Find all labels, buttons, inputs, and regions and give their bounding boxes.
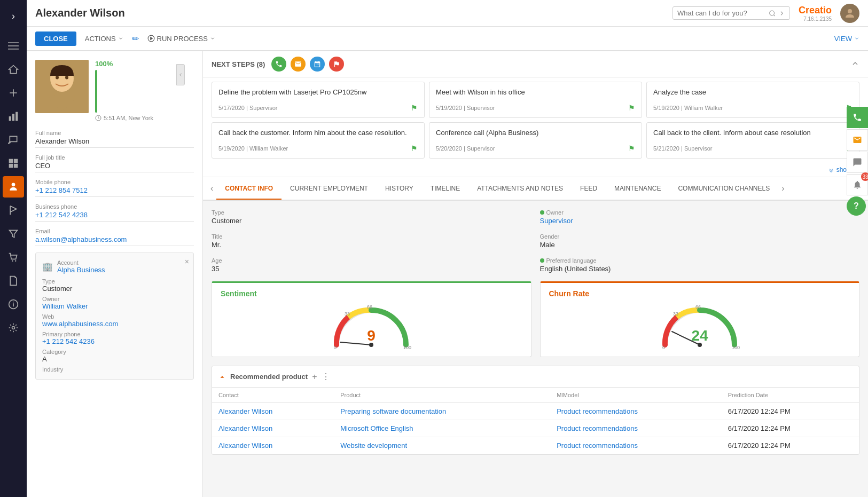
account-phone-value[interactable]: +1 212 542 4236: [42, 337, 187, 345]
search-box[interactable]: [672, 6, 790, 20]
step-phone-btn[interactable]: [271, 57, 286, 72]
float-notification-btn[interactable]: 33: [847, 174, 868, 195]
owner-field: Owner Supervisor: [540, 209, 860, 225]
actions-button[interactable]: ACTIONS: [85, 35, 123, 43]
email-value[interactable]: a.wilson@alphabusiness.com: [35, 235, 194, 246]
float-help-btn[interactable]: ?: [847, 196, 866, 216]
full-name-field: Full name Alexander Wilson: [35, 130, 194, 148]
tab-prev-btn[interactable]: ‹: [207, 177, 216, 200]
run-process-icon: [147, 35, 155, 42]
sidebar-item-add[interactable]: [3, 82, 24, 104]
row2-product[interactable]: Microsoft Office English: [334, 420, 550, 437]
close-button[interactable]: CLOSE: [35, 31, 76, 46]
account-close-btn[interactable]: ×: [185, 257, 189, 266]
view-button[interactable]: VIEW: [834, 35, 859, 43]
tab-history[interactable]: HISTORY: [377, 178, 422, 200]
step-card-4-footer: 5/19/2020 | William Walker ⚑: [218, 144, 418, 153]
row3-mlmodel[interactable]: Product recommendations: [550, 437, 722, 454]
float-chat-btn[interactable]: [847, 152, 868, 173]
sidebar-item-document[interactable]: [3, 270, 24, 291]
sidebar-item-hamburger[interactable]: [3, 35, 24, 57]
sidebar-item-person[interactable]: [3, 176, 24, 198]
tab-attachments-notes[interactable]: ATTACHMENTS AND NOTES: [468, 178, 572, 200]
sidebar-item-settings[interactable]: [3, 317, 24, 338]
tab-maintenance[interactable]: MAINTENANCE: [606, 178, 669, 200]
step-card-2: Meet with Wilson in his office 5/19/2020…: [429, 82, 642, 118]
step-card-5-footer: 5/20/2020 | Supervisor ⚑: [436, 144, 635, 153]
tab-contact-info[interactable]: CONTACT INFO: [216, 178, 281, 200]
step-flag-btn[interactable]: [329, 57, 344, 72]
tab-current-employment[interactable]: CURRENT EMPLOYMENT: [281, 178, 377, 200]
sidebar-item-home[interactable]: [3, 59, 24, 80]
row1-product[interactable]: Preparing software documentation: [334, 403, 550, 420]
row2-mlmodel[interactable]: Product recommendations: [550, 420, 722, 437]
table-row: Alexander Wilson Preparing software docu…: [212, 403, 859, 420]
email-step-icon: [294, 60, 302, 68]
svg-point-14: [12, 260, 13, 262]
edit-icon[interactable]: ✏: [132, 34, 139, 44]
account-fields: Type Customer Owner William Walker Web w…: [42, 278, 187, 373]
progress-pct: 100%: [95, 60, 153, 68]
col-product: Product: [334, 388, 550, 403]
account-web-label: Web: [42, 313, 187, 320]
account-owner-value[interactable]: William Walker: [42, 302, 187, 310]
collapse-panel-btn[interactable]: [176, 64, 185, 85]
account-web-value[interactable]: www.alphabusiness.com: [42, 320, 187, 328]
run-process-button[interactable]: RUN PROCESS: [147, 35, 215, 43]
sidebar-item-grid[interactable]: [3, 153, 24, 174]
business-phone-value[interactable]: +1 212 542 4238: [35, 211, 194, 222]
account-info: Account Alpha Business: [57, 259, 105, 274]
collapse-next-steps-btn[interactable]: [851, 59, 859, 69]
step-card-6-date: 5/21/2020 | Supervisor: [653, 145, 712, 152]
svg-rect-6: [9, 116, 11, 121]
preferred-language-field: Preferred language English (United State…: [540, 257, 860, 273]
svg-point-13: [12, 183, 15, 187]
sidebar-item-chart[interactable]: [3, 106, 24, 127]
left-panel: 100% 5:51 AM, New York Full name Alexand…: [27, 51, 203, 497]
float-email-btn[interactable]: [847, 129, 868, 151]
sidebar-item-expand[interactable]: ›: [3, 5, 24, 27]
recommended-title: Recommended product: [230, 373, 308, 381]
tab-communication-channels[interactable]: COMMUNICATION CHANNELS: [669, 178, 778, 200]
search-input[interactable]: [677, 9, 769, 17]
full-name-label: Full name: [35, 130, 194, 136]
sidebar-item-cart[interactable]: [3, 247, 24, 268]
sidebar-item-flag[interactable]: [3, 200, 24, 221]
time-info: 5:51 AM, New York: [95, 115, 153, 121]
svg-text:100: 100: [403, 345, 411, 350]
sidebar-item-info[interactable]: [3, 294, 24, 315]
tab-timeline[interactable]: TIMELINE: [422, 178, 468, 200]
age-value: 35: [212, 265, 531, 273]
tab-next-btn[interactable]: ›: [778, 177, 787, 200]
recommended-menu-btn[interactable]: ⋮: [322, 372, 330, 382]
recommended-add-btn[interactable]: +: [312, 372, 317, 382]
svg-text:9: 9: [367, 327, 376, 344]
sidebar-item-funnel[interactable]: [3, 223, 24, 244]
row3-product[interactable]: Website development: [334, 437, 550, 454]
row2-date: 6/17/2020 12:24 PM: [722, 420, 859, 437]
email-label: Email: [35, 228, 194, 234]
step-card-1: Define the problem with Laserjet Pro CP1…: [212, 82, 425, 118]
gauges-row: Sentiment 0 33: [212, 281, 859, 357]
owner-value[interactable]: Supervisor: [540, 217, 860, 225]
svg-point-20: [770, 11, 775, 15]
step-card-1-date: 5/17/2020 | Supervisor: [218, 105, 277, 111]
account-icon: 🏢: [42, 262, 53, 272]
row3-contact[interactable]: Alexander Wilson: [212, 437, 334, 454]
row1-contact[interactable]: Alexander Wilson: [212, 403, 334, 420]
collapse-chevron-icon: [851, 59, 859, 68]
mobile-phone-field: Mobile phone +1 212 854 7512: [35, 179, 194, 197]
flag-step-icon: [333, 60, 340, 68]
step-task-btn[interactable]: [310, 57, 325, 72]
user-avatar[interactable]: [840, 4, 859, 23]
account-name[interactable]: Alpha Business: [57, 266, 105, 274]
row2-contact[interactable]: Alexander Wilson: [212, 420, 334, 437]
tab-feed[interactable]: FEED: [572, 178, 606, 200]
step-email-btn[interactable]: [291, 57, 306, 72]
svg-rect-1: [8, 45, 19, 46]
sidebar-item-chat[interactable]: [3, 129, 24, 151]
svg-rect-9: [9, 159, 13, 163]
float-phone-btn[interactable]: [847, 107, 868, 128]
mobile-phone-value[interactable]: +1 212 854 7512: [35, 186, 194, 197]
row1-mlmodel[interactable]: Product recommendations: [550, 403, 722, 420]
